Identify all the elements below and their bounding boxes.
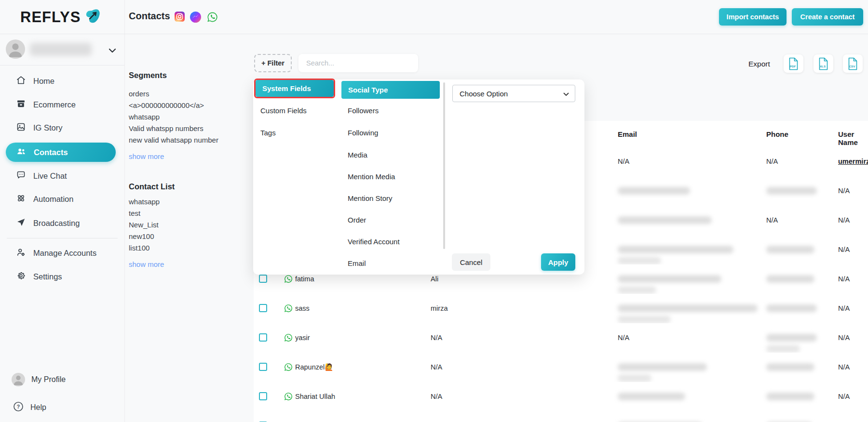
row-checkbox[interactable] xyxy=(259,333,267,342)
app-root: REFLYS Home Ecommerce xyxy=(0,0,868,422)
sidebar-item-settings[interactable]: Settings xyxy=(0,267,124,286)
segment-item[interactable]: whatsapp xyxy=(129,113,160,121)
redacted-value xyxy=(618,304,758,312)
chevron-down-icon[interactable] xyxy=(108,47,117,55)
panel-scrollbar[interactable] xyxy=(443,82,445,249)
contact-list-item[interactable]: new100 xyxy=(129,232,154,240)
segment-item[interactable]: new valid whatsapp number xyxy=(129,136,218,144)
segment-item[interactable]: orders xyxy=(129,90,149,98)
contact-fullname: Ali xyxy=(431,275,438,283)
contact-username: N/A xyxy=(838,334,850,342)
sidebar-item-label: Settings xyxy=(33,272,62,281)
contact-email xyxy=(618,187,690,195)
segment-item[interactable]: <a>000000000000</a> xyxy=(129,101,204,109)
contact-phone xyxy=(766,187,817,195)
contact-list-show-more-link[interactable]: show more xyxy=(129,260,164,268)
contact-username[interactable]: umermirza6 xyxy=(838,158,868,166)
sidebar-item-live-chat[interactable]: Live Chat xyxy=(0,166,124,185)
sidebar-item-contacts[interactable]: Contacts xyxy=(6,143,116,162)
contact-username: N/A xyxy=(838,304,850,313)
contact-list-item[interactable]: New_List xyxy=(129,221,159,229)
contact-phone xyxy=(766,393,814,400)
contact-phone xyxy=(766,275,814,283)
filter-button[interactable]: + Filter xyxy=(254,54,292,72)
contact-username: N/A xyxy=(838,363,850,371)
field-social-type[interactable]: Social Type xyxy=(341,81,440,99)
apply-button[interactable]: Apply xyxy=(541,253,575,271)
redacted-value xyxy=(618,257,661,264)
contact-name[interactable]: Shariat Ullah xyxy=(295,393,335,401)
field-media[interactable]: Media xyxy=(348,151,367,159)
redacted-value xyxy=(618,393,685,400)
field-mention-story[interactable]: Mention Story xyxy=(348,194,393,202)
instagram-icon xyxy=(175,12,185,24)
contact-name[interactable]: sass xyxy=(295,304,310,313)
contact-email xyxy=(618,275,721,294)
export-csv-button[interactable]: CSV xyxy=(843,54,863,73)
segment-item[interactable]: Valid whatspp numbers xyxy=(129,124,203,132)
store-icon xyxy=(16,99,26,111)
sidebar-item-label: Home xyxy=(33,77,54,86)
export-label: Export xyxy=(748,60,770,68)
sidebar-item-manage-accounts[interactable]: Manage Accounts xyxy=(0,243,124,263)
sidebar-item-home[interactable]: Home xyxy=(0,71,124,91)
contact-username: N/A xyxy=(838,393,850,401)
table-row: Rapunzel🙋 N/A N/A xyxy=(254,353,868,382)
contact-name[interactable]: fatima xyxy=(295,275,314,283)
table-row: yasir N/A N/A N/A xyxy=(254,323,868,353)
whatsapp-icon xyxy=(207,12,218,25)
search-input[interactable] xyxy=(298,54,418,72)
contact-email: N/A xyxy=(618,334,629,342)
cancel-button[interactable]: Cancel xyxy=(452,253,490,271)
sidebar-item-broadcasting[interactable]: Broadcasting xyxy=(0,213,124,233)
export-pdf-button[interactable]: PDF xyxy=(784,54,803,73)
contact-name[interactable]: Rapunzel🙋 xyxy=(295,363,333,371)
category-custom-fields[interactable]: Custom Fields xyxy=(260,106,307,115)
sidebar-item-ig-story[interactable]: IG Story xyxy=(0,118,124,137)
import-contacts-button[interactable]: Import contacts xyxy=(719,8,787,26)
contact-email xyxy=(618,393,685,400)
contact-phone xyxy=(766,334,817,353)
user-account-switcher[interactable] xyxy=(0,34,124,66)
filter-value-select[interactable]: Choose Option xyxy=(452,85,575,102)
redacted-value xyxy=(618,216,712,224)
export-xls-button[interactable]: XLS xyxy=(814,54,833,73)
segments-show-more-link[interactable]: show more xyxy=(129,152,164,160)
row-checkbox[interactable] xyxy=(259,304,267,312)
sidebar-item-automation[interactable]: Automation xyxy=(0,189,124,209)
profile-avatar xyxy=(12,373,25,386)
filter-panel: System Fields Custom Fields Tags Social … xyxy=(253,79,584,275)
sidebar-item-label: My Profile xyxy=(31,375,66,384)
field-verified-account[interactable]: Verified Account xyxy=(348,237,400,246)
home-icon xyxy=(16,75,26,87)
column-header-email: Email xyxy=(618,130,637,138)
people-icon xyxy=(16,146,27,158)
field-email[interactable]: Email xyxy=(348,259,366,267)
sidebar-item-label: Contacts xyxy=(34,148,68,157)
field-order[interactable]: Order xyxy=(348,216,366,224)
atom-icon xyxy=(16,193,26,205)
table-row: Shariat Ullah N/A N/A xyxy=(254,382,868,412)
image-icon xyxy=(16,122,26,134)
sidebar-item-ecommerce[interactable]: Ecommerce xyxy=(0,95,124,114)
row-checkbox[interactable] xyxy=(259,275,267,283)
redacted-value xyxy=(766,363,814,371)
sidebar-item-my-profile[interactable]: My Profile xyxy=(12,373,66,386)
sidebar-item-help[interactable]: ? Help xyxy=(13,401,46,414)
contact-list-item[interactable]: list100 xyxy=(129,244,149,252)
whatsapp-icon xyxy=(284,392,293,403)
contact-username: N/A xyxy=(838,216,850,224)
field-followers[interactable]: Followers xyxy=(348,106,379,115)
field-mention-media[interactable]: Mention Media xyxy=(348,172,395,181)
contact-list-item[interactable]: whatsapp xyxy=(129,198,160,206)
redacted-value xyxy=(618,246,733,253)
category-tags[interactable]: Tags xyxy=(260,129,276,137)
redacted-value xyxy=(766,275,814,283)
create-contact-button[interactable]: Create a contact xyxy=(792,8,863,26)
category-system-fields[interactable]: System Fields xyxy=(256,80,334,97)
field-following[interactable]: Following xyxy=(348,129,378,137)
contact-list-item[interactable]: test xyxy=(129,209,140,217)
row-checkbox[interactable] xyxy=(259,363,267,371)
row-checkbox[interactable] xyxy=(259,392,267,400)
contact-name[interactable]: yasir xyxy=(295,334,310,342)
